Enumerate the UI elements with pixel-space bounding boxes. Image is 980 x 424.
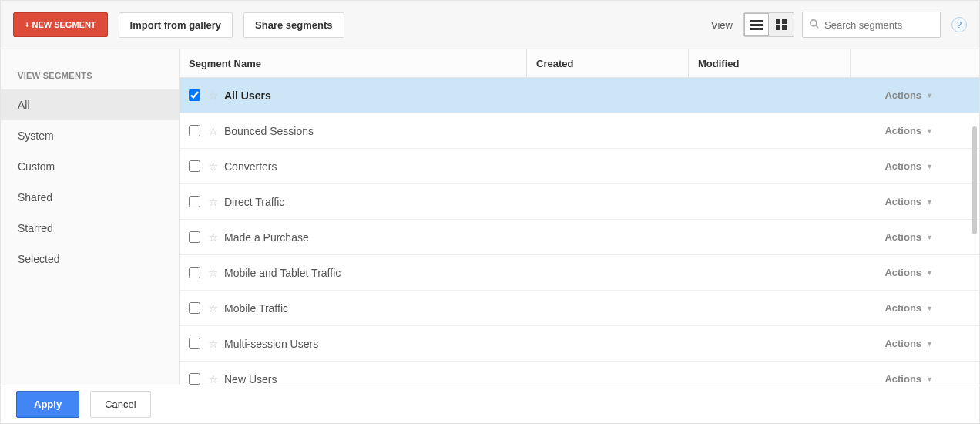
new-segment-button[interactable]: + NEW SEGMENT [13,12,108,37]
star-icon[interactable]: ☆ [208,266,218,280]
col-created[interactable]: Created [526,49,688,77]
chevron-down-icon: ▼ [926,375,933,383]
actions-menu[interactable]: Actions▼ [884,231,970,243]
star-icon[interactable]: ☆ [208,231,218,244]
cancel-button[interactable]: Cancel [90,391,150,418]
actions-label: Actions [884,196,921,207]
segment-table: Segment Name Created Modified ☆All Users… [180,49,979,385]
star-icon[interactable]: ☆ [208,195,218,209]
segment-name: Mobile Traffic [224,302,288,315]
segment-name: Direct Traffic [224,196,284,208]
actions-menu[interactable]: Actions▼ [884,125,970,136]
actions-label: Actions [884,302,921,314]
row-checkbox[interactable] [189,125,200,136]
table-row[interactable]: ☆Bounced SessionsActions▼ [180,113,979,149]
search-wrap[interactable] [802,12,941,38]
sidebar-item-starred[interactable]: Starred [1,213,179,244]
table-row[interactable]: ☆New UsersActions▼ [180,362,979,385]
actions-menu[interactable]: Actions▼ [884,338,970,349]
svg-line-1 [816,25,819,28]
actions-menu[interactable]: Actions▼ [884,89,970,101]
view-grid-button[interactable] [769,13,794,36]
star-icon[interactable]: ☆ [208,372,218,385]
table-body: ☆All UsersActions▼☆Bounced SessionsActio… [180,78,979,385]
row-checkbox[interactable] [189,302,200,314]
search-input[interactable] [824,19,934,31]
view-list-button[interactable] [744,13,769,36]
row-checkbox[interactable] [189,231,200,243]
star-icon[interactable]: ☆ [208,337,218,351]
row-checkbox[interactable] [189,338,200,349]
chevron-down-icon: ▼ [926,92,933,99]
segment-name: Mobile and Tablet Traffic [224,267,341,279]
scrollbar[interactable] [972,126,977,234]
sidebar-item-shared[interactable]: Shared [1,182,179,213]
star-icon[interactable]: ☆ [208,89,218,103]
col-actions [850,49,979,77]
segment-name: Converters [224,160,277,173]
row-checkbox[interactable] [189,160,200,172]
row-checkbox[interactable] [189,267,200,278]
import-gallery-button[interactable]: Import from gallery [119,12,233,38]
sidebar-header: VIEW SEGMENTS [1,71,179,89]
col-modified[interactable]: Modified [688,49,850,77]
row-checkbox[interactable] [189,373,200,385]
segment-name: Made a Purchase [224,231,309,244]
row-checkbox[interactable] [189,89,200,101]
star-icon[interactable]: ☆ [208,124,218,138]
apply-button[interactable]: Apply [16,391,79,418]
footer: Apply Cancel [1,385,979,423]
table-header: Segment Name Created Modified [180,49,979,78]
segment-name: Bounced Sessions [224,125,314,137]
search-icon [809,19,820,32]
share-segments-button[interactable]: Share segments [243,12,344,38]
table-row[interactable]: ☆Mobile and Tablet TrafficActions▼ [180,255,979,291]
col-segment-name[interactable]: Segment Name [180,49,526,77]
segment-name: All Users [224,89,271,102]
actions-label: Actions [884,338,921,349]
svg-point-0 [811,19,817,25]
segment-name: New Users [224,373,277,385]
table-row[interactable]: ☆All UsersActions▼ [180,78,979,113]
sidebar-item-all[interactable]: All [1,89,179,120]
actions-label: Actions [884,267,921,278]
chevron-down-icon: ▼ [926,305,933,312]
table-row[interactable]: ☆Direct TrafficActions▼ [180,184,979,220]
actions-menu[interactable]: Actions▼ [884,373,970,385]
list-icon [750,19,763,32]
sidebar-item-custom[interactable]: Custom [1,151,179,182]
table-row[interactable]: ☆Multi-session UsersActions▼ [180,326,979,362]
chevron-down-icon: ▼ [926,163,933,170]
sidebar-item-system[interactable]: System [1,120,179,151]
chevron-down-icon: ▼ [926,198,933,206]
actions-menu[interactable]: Actions▼ [884,196,970,207]
row-checkbox[interactable] [189,196,200,207]
actions-menu[interactable]: Actions▼ [884,160,970,172]
segment-name: Multi-session Users [224,338,318,350]
chevron-down-icon: ▼ [926,269,933,277]
view-label: View [711,19,733,31]
sidebar: VIEW SEGMENTS AllSystemCustomSharedStarr… [1,49,180,385]
actions-label: Actions [884,89,921,101]
star-icon[interactable]: ☆ [208,301,218,315]
chevron-down-icon: ▼ [926,340,933,348]
toolbar: + NEW SEGMENT Import from gallery Share … [1,1,979,49]
table-row[interactable]: ☆ConvertersActions▼ [180,149,979,184]
star-icon[interactable]: ☆ [208,160,218,173]
help-button[interactable]: ? [951,17,967,32]
actions-label: Actions [884,373,921,385]
grid-icon [776,19,787,30]
actions-menu[interactable]: Actions▼ [884,302,970,314]
chevron-down-icon: ▼ [926,234,933,241]
actions-label: Actions [884,231,921,243]
sidebar-item-selected[interactable]: Selected [1,244,179,274]
view-toggle [743,12,794,37]
table-row[interactable]: ☆Mobile TrafficActions▼ [180,291,979,326]
actions-label: Actions [884,125,921,136]
table-row[interactable]: ☆Made a PurchaseActions▼ [180,220,979,255]
actions-menu[interactable]: Actions▼ [884,267,970,278]
actions-label: Actions [884,160,921,172]
chevron-down-icon: ▼ [926,127,933,135]
